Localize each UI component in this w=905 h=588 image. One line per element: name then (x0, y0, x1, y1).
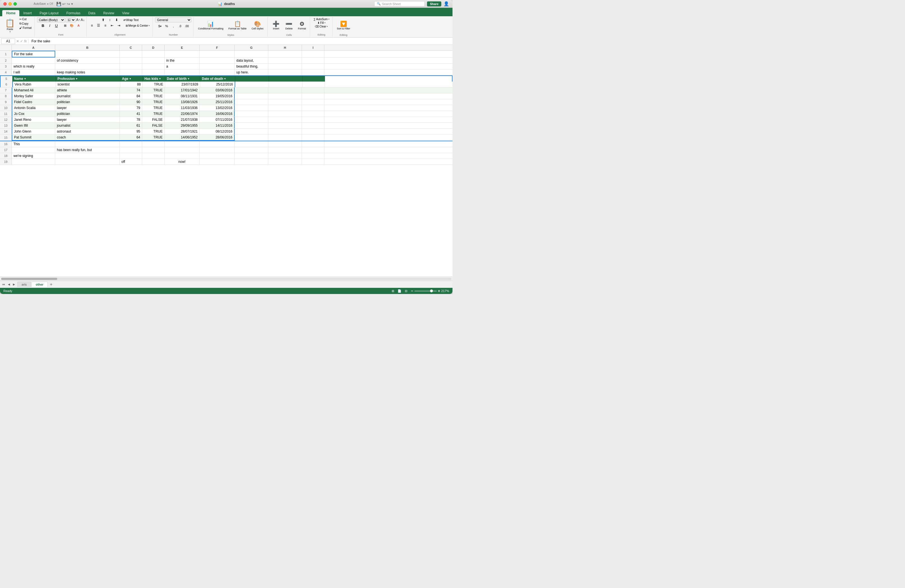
cell-a7[interactable]: Mohamed Ali (12, 87, 55, 93)
prev-sheet-button[interactable]: ◀ (7, 282, 11, 287)
cell-a15[interactable]: Pat Summit (12, 135, 55, 141)
formula-confirm-icon[interactable]: ✓ (20, 39, 23, 43)
cell-i12[interactable] (302, 117, 324, 122)
cell-d1[interactable] (142, 51, 165, 57)
cell-g4[interactable]: up here. (235, 70, 268, 75)
cell-i16[interactable] (302, 141, 324, 147)
tab-page-layout[interactable]: Page Layout (36, 10, 62, 16)
cell-i6[interactable] (303, 82, 325, 87)
paste-button[interactable]: 📋 Paste ▾ (3, 17, 17, 34)
cell-f6[interactable]: 25/12/2016 (200, 82, 235, 87)
cell-c6[interactable]: 88 (120, 82, 143, 87)
cell-e6[interactable]: 23/07/1928 (165, 82, 200, 87)
autosum-button[interactable]: ∑ AutoSum ▾ (312, 17, 330, 21)
share-button[interactable]: Share (427, 2, 441, 6)
cell-d7[interactable]: TRUE (142, 87, 165, 93)
cell-d3[interactable] (142, 63, 165, 69)
cell-d6[interactable]: TRUE (143, 82, 165, 87)
first-sheet-button[interactable]: ⏮ (1, 282, 6, 287)
cell-h14[interactable] (268, 128, 302, 134)
col-header-i[interactable]: I (302, 45, 324, 51)
scroll-track[interactable] (1, 278, 451, 280)
cell-b18[interactable] (55, 153, 120, 158)
tab-home[interactable]: Home (2, 10, 19, 16)
cell-a8[interactable]: Morley Safer (12, 94, 55, 99)
cell-c14[interactable]: 95 (120, 128, 142, 134)
cell-h5[interactable] (269, 76, 303, 82)
cell-f8[interactable]: 19/05/2016 (200, 94, 235, 99)
decrease-font-icon[interactable]: A↓ (81, 18, 85, 22)
cell-d14[interactable]: TRUE (142, 128, 165, 134)
cell-h2[interactable] (268, 58, 302, 63)
search-box[interactable]: 🔍 Search Sheet (374, 1, 425, 6)
cell-i5[interactable] (303, 76, 325, 82)
cell-f10[interactable]: 13/02/2016 (200, 105, 235, 111)
cell-e12[interactable]: 21/07/1938 (165, 117, 200, 122)
cell-i18[interactable] (302, 153, 324, 158)
cell-c2[interactable] (120, 58, 142, 63)
cell-b2[interactable]: of consistency (55, 58, 120, 63)
cell-f1[interactable] (200, 51, 235, 57)
cell-c11[interactable]: 41 (120, 111, 142, 117)
font-size-select[interactable]: 12 (66, 17, 76, 22)
cell-c16[interactable] (120, 141, 142, 147)
format-painter-button[interactable]: 🖌 Format (18, 26, 33, 30)
cell-g3[interactable]: beautiful thing, (235, 63, 268, 69)
cell-g8[interactable] (235, 94, 268, 99)
bold-button[interactable]: B (40, 23, 46, 28)
cell-b3[interactable] (55, 63, 120, 69)
cell-e10[interactable]: 11/03/1936 (165, 105, 200, 111)
italic-button[interactable]: I (46, 23, 53, 28)
col-header-e[interactable]: E (165, 45, 200, 51)
cell-a9[interactable]: Fidel Castro (12, 99, 55, 105)
col-header-b[interactable]: B (55, 45, 120, 51)
col-header-c[interactable]: C (120, 45, 142, 51)
col-header-f[interactable]: F (200, 45, 235, 51)
cell-c1[interactable] (120, 51, 142, 57)
cell-a12[interactable]: Janet Reno (12, 117, 55, 122)
cut-button[interactable]: ✂ Cut (18, 17, 33, 21)
cell-f11[interactable]: 16/06/2016 (200, 111, 235, 117)
cell-d13[interactable]: FALSE (142, 123, 165, 128)
close-button[interactable] (3, 2, 7, 6)
cell-f9[interactable]: 25/11/2016 (200, 99, 235, 105)
col-header-d[interactable]: D (142, 45, 165, 51)
cell-f17[interactable] (200, 147, 235, 153)
cell-d19[interactable] (142, 159, 165, 165)
cell-i8[interactable] (302, 94, 324, 99)
cell-d17[interactable] (142, 147, 165, 153)
cell-b10[interactable]: lawyer (55, 105, 120, 111)
page-break-icon[interactable]: ⊟ (405, 289, 407, 293)
decrease-decimal-button[interactable]: .0 (177, 24, 183, 29)
cell-g16[interactable] (235, 141, 268, 147)
cell-a1[interactable]: For the sake (12, 51, 55, 57)
cell-h13[interactable] (268, 123, 302, 128)
add-sheet-button[interactable]: + (48, 282, 54, 287)
cell-i2[interactable] (302, 58, 324, 63)
cell-f15[interactable]: 28/06/2016 (200, 135, 235, 141)
cell-b1[interactable] (55, 51, 120, 57)
align-bottom-button[interactable]: ⬇ (114, 17, 120, 22)
cell-h4[interactable] (268, 70, 302, 75)
cell-b14[interactable]: astronaut (55, 128, 120, 134)
filter-icon-profession[interactable]: ▾ (76, 78, 77, 80)
accounting-format-button[interactable]: $▾ (157, 24, 163, 29)
align-left-button[interactable]: ≡ (89, 23, 95, 28)
page-layout-icon[interactable]: 📄 (397, 289, 402, 293)
indent-left-button[interactable]: ⇤ (109, 23, 115, 28)
cell-h15[interactable] (268, 135, 302, 141)
minimize-button[interactable] (8, 2, 12, 6)
cell-e17[interactable] (165, 147, 200, 153)
cell-e18[interactable] (165, 153, 200, 158)
account-icon[interactable]: 👤 (443, 1, 449, 6)
filter-icon-dod[interactable]: ▾ (224, 78, 226, 80)
filter-icon-age[interactable]: ▾ (130, 78, 131, 80)
cell-c4[interactable] (120, 70, 142, 75)
cell-b5[interactable]: Profession ▾ (56, 76, 120, 82)
cell-g18[interactable] (235, 153, 268, 158)
cell-f2[interactable] (200, 58, 235, 63)
cell-d16[interactable] (142, 141, 165, 147)
horizontal-scrollbar[interactable] (0, 277, 452, 281)
cell-e16[interactable] (165, 141, 200, 147)
cell-i9[interactable] (302, 99, 324, 105)
